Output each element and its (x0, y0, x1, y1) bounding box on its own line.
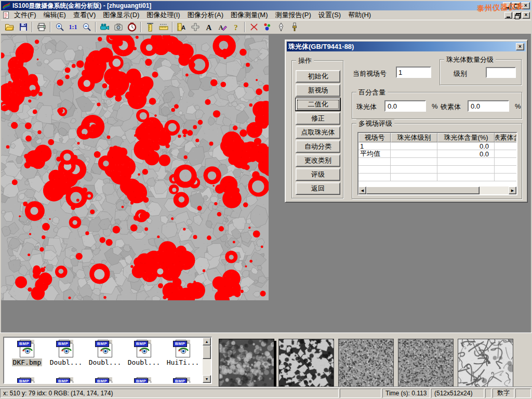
dialog-title-bar[interactable]: 珠光体(GB/T9441-88) × (287, 42, 526, 51)
edit-text-button[interactable]: A (216, 21, 229, 33)
pen-icon (276, 22, 286, 32)
new-field-button[interactable]: 新视场 (296, 84, 340, 97)
brush-tool-button[interactable] (288, 21, 301, 33)
auto-classify-button[interactable]: 自动分类 (296, 140, 340, 153)
scroll-down-button[interactable]: ▼ (203, 375, 211, 383)
classify-tool-button[interactable] (261, 21, 274, 33)
dialog-close-button[interactable]: × (516, 43, 524, 50)
thumbnail-3[interactable] (338, 339, 394, 389)
menu-edit[interactable]: 编辑(E) (40, 10, 70, 20)
video-capture-button[interactable] (98, 21, 111, 33)
minimize-button[interactable] (503, 2, 511, 9)
scrollbar-thumb[interactable] (366, 187, 480, 194)
thumbnail-1[interactable] (219, 339, 274, 389)
pearlite-percent-input[interactable]: 0.0 (384, 100, 426, 112)
file-item[interactable]: BMP Doubl... (86, 340, 124, 366)
measure-annotate-button[interactable]: A (175, 21, 188, 33)
ruler-button[interactable] (157, 21, 170, 33)
file-item[interactable]: BMP Doubl... (47, 340, 85, 366)
ferrite-percent-input[interactable]: 0.0 (468, 100, 509, 112)
table-horizontal-scrollbar[interactable]: ◀ ▶ (358, 187, 516, 194)
snapshot-button[interactable] (112, 21, 125, 33)
zoom-in-button[interactable] (53, 21, 66, 33)
file-item-partial[interactable]: BMP (125, 377, 163, 384)
move-tool-button[interactable] (189, 21, 202, 33)
open-button[interactable] (3, 21, 16, 33)
scroll-right-button[interactable]: ▶ (509, 187, 516, 194)
file-list[interactable]: BMP DKF.bmp BMP Doubl... BMP Doubl... (3, 337, 212, 384)
menu-image-measure[interactable]: 图像测量(M) (227, 10, 272, 20)
file-item-partial[interactable]: BMP (86, 377, 124, 384)
svg-text:?: ? (234, 23, 238, 32)
menu-help[interactable]: 帮助(H) (344, 10, 375, 20)
print-button[interactable] (35, 21, 48, 33)
change-class-button[interactable]: 更改类别 (296, 154, 340, 167)
bmp-file-icon: BMP (96, 340, 114, 357)
thumbnail-2[interactable] (278, 339, 334, 389)
close-button[interactable]: × (522, 2, 530, 9)
file-item[interactable]: BMP Doubl... (125, 340, 163, 366)
table-row[interactable]: 1 0.0 (358, 142, 516, 150)
caliper-button[interactable] (143, 21, 156, 33)
mdi-restore-button[interactable] (513, 12, 521, 19)
eye-icon (100, 347, 111, 355)
bmp-badge: BMP (95, 341, 109, 347)
binarize-button[interactable]: 二值化 (296, 98, 340, 111)
text-tool-button[interactable]: A (202, 21, 215, 33)
menu-bar: 文件(F) 编辑(E) 查看(V) 图像显示(D) 图像处理(I) 图像分析(A… (1, 10, 531, 20)
toolbar-separator (140, 22, 141, 32)
correct-button[interactable]: 修正 (296, 112, 340, 125)
col-pearlite-grade[interactable]: 珠光体级别 (391, 133, 437, 142)
col-ferrite-content[interactable]: 铁素体含量(%) (495, 133, 517, 142)
table-row-empty (358, 166, 516, 174)
file-list-scrollbar[interactable]: ▲ ▼ (203, 338, 211, 383)
file-item-partial[interactable]: BMP (47, 377, 85, 384)
zoom-out-icon (82, 22, 91, 32)
cell-field: 1 (358, 142, 391, 150)
menu-image-display[interactable]: 图像显示(D) (99, 10, 143, 20)
zoom-out-button[interactable] (80, 21, 93, 33)
grading-table[interactable]: 视场号 珠光体级别 珠光体含量(%) 铁素体含量(%) 1 0.0 平均值 0.… (357, 132, 517, 195)
menu-image-process[interactable]: 图像处理(I) (143, 10, 183, 20)
micrograph-canvas[interactable] (1, 35, 269, 300)
scroll-up-button[interactable]: ▲ (203, 338, 211, 345)
menu-file[interactable]: 文件(F) (10, 10, 40, 20)
save-button[interactable] (17, 21, 30, 33)
scroll-left-button[interactable]: ◀ (358, 187, 366, 194)
file-item[interactable]: BMP DKF.bmp (8, 340, 46, 366)
bmp-file-icon: BMP (135, 340, 153, 357)
file-item[interactable]: BMP HuiTi... (164, 340, 202, 366)
grade-button[interactable]: 评级 (296, 168, 340, 181)
return-button[interactable]: 返回 (296, 182, 340, 195)
table-row[interactable]: 平均值 0.0 (358, 150, 516, 158)
col-pearlite-content[interactable]: 珠光体含量(%) (437, 133, 495, 142)
file-item-partial[interactable]: BMP (8, 377, 46, 384)
pick-pearlite-button[interactable]: 点取珠光体 (296, 126, 340, 139)
thumbnail-5[interactable] (458, 339, 513, 389)
ruler-icon (159, 22, 168, 32)
document-icon[interactable] (2, 11, 10, 19)
timer-button[interactable] (125, 21, 138, 33)
pearlite-dialog: 珠光体(GB/T9441-88) × 操作 初始化 新视场 二值化 修正 点取珠… (285, 39, 528, 203)
pen-tool-button[interactable] (274, 21, 287, 33)
maximize-button[interactable] (512, 2, 521, 9)
bmp-badge: BMP (134, 341, 148, 347)
file-item-partial[interactable]: BMP (164, 377, 202, 384)
file-name: Doubl... (49, 358, 84, 366)
pearlite-unit: % (432, 102, 438, 110)
thumbnail-4[interactable] (398, 339, 454, 389)
help-button[interactable]: ? (229, 21, 242, 33)
actual-size-button[interactable]: 1:1 (66, 21, 79, 33)
grade-input[interactable] (486, 67, 516, 78)
init-button[interactable]: 初始化 (296, 70, 340, 83)
menu-settings[interactable]: 设置(S) (315, 10, 344, 20)
current-field-input[interactable]: 1 (396, 66, 431, 78)
menu-view[interactable]: 查看(V) (70, 10, 99, 20)
scrollbar-thumb[interactable] (203, 345, 211, 359)
menu-report[interactable]: 测量报告(P) (271, 10, 314, 20)
mdi-minimize-button[interactable] (504, 12, 512, 19)
menu-image-analysis[interactable]: 图像分析(A) (184, 10, 227, 20)
mdi-close-button[interactable]: × (522, 12, 530, 19)
curve-tool-button[interactable] (247, 21, 260, 33)
col-field-number[interactable]: 视场号 (358, 133, 391, 142)
